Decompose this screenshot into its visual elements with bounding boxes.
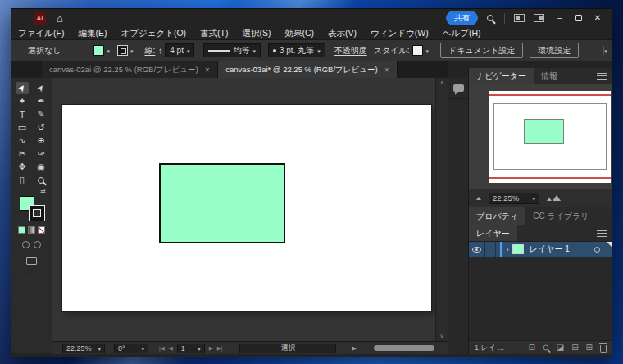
- layer-lock-cell[interactable]: [485, 242, 496, 257]
- rotate-tool[interactable]: ↺: [34, 121, 48, 134]
- brush-dropdown-icon[interactable]: [317, 46, 321, 55]
- hand-tool[interactable]: ✥: [16, 161, 29, 173]
- stroke-label[interactable]: 線:: [145, 45, 156, 57]
- tab-canvas-02[interactable]: canvas-02ai @ 22.25 % (RGB/プレビュー) ✕: [42, 61, 218, 78]
- tab-canvas-03[interactable]: canvas-03ai* @ 22.25 % (RGB/プレビュー) ✕: [218, 61, 398, 78]
- delete-layer-icon[interactable]: [600, 345, 607, 353]
- shaper-tool[interactable]: ∿: [16, 134, 29, 147]
- horizontal-scrollbar-thumb[interactable]: [374, 345, 434, 351]
- zoom-in-icon[interactable]: [553, 195, 561, 201]
- artboard-tool[interactable]: ▯: [16, 174, 29, 186]
- menu-item-view[interactable]: 表示(V): [328, 28, 357, 39]
- menu-item-window[interactable]: ウィンドウ(W): [371, 28, 429, 39]
- menu-item-edit[interactable]: 編集(E): [78, 28, 107, 39]
- layer-visibility-cell[interactable]: [469, 242, 485, 257]
- style-dropdown-icon[interactable]: [425, 46, 429, 55]
- stroke-width-field[interactable]: 4 pt: [165, 43, 194, 57]
- zoom-dropdown-icon[interactable]: [98, 344, 101, 353]
- document-setup-button[interactable]: ドキュメント設定: [440, 43, 523, 58]
- vertical-scrollbar[interactable]: [435, 78, 448, 341]
- swap-fill-stroke-icon[interactable]: ⇄: [11, 188, 52, 195]
- layer-target-icon[interactable]: [594, 247, 600, 253]
- layer-name[interactable]: レイヤー 1: [530, 243, 570, 255]
- stroke-indicator[interactable]: [30, 206, 44, 221]
- menu-item-effect[interactable]: 効果(C): [284, 28, 314, 39]
- rotation-field[interactable]: 0°: [114, 344, 148, 353]
- fill-color-swatch[interactable]: [93, 45, 104, 56]
- tab-cc-libraries[interactable]: CC ライブラリ: [525, 207, 596, 225]
- width-profile-dropdown-icon[interactable]: [252, 46, 256, 55]
- collect-for-export-icon[interactable]: ⊡: [528, 344, 534, 352]
- layers-menu-icon[interactable]: [597, 230, 607, 237]
- maximize-button[interactable]: [575, 15, 582, 21]
- navigator-preview[interactable]: [469, 84, 612, 189]
- stroke-width-stepper[interactable]: ▲▼: [158, 48, 162, 54]
- width-tool[interactable]: ◉: [34, 161, 48, 173]
- share-button[interactable]: 共有: [446, 11, 478, 25]
- artboard[interactable]: [62, 105, 431, 311]
- rotation-dropdown-icon[interactable]: [141, 344, 144, 353]
- fill-dropdown-icon[interactable]: [107, 46, 110, 55]
- previous-artboard-icon[interactable]: ◀: [169, 345, 173, 352]
- tab-close-icon[interactable]: ✕: [205, 66, 211, 74]
- green-rectangle-shape[interactable]: [159, 163, 285, 243]
- layer-row[interactable]: レイヤー 1: [469, 242, 612, 257]
- brush-field[interactable]: 3 pt. 丸筆: [268, 43, 325, 57]
- navigator-zoom-field[interactable]: 22.25%: [489, 193, 539, 204]
- workspace-switcher-icon[interactable]: [534, 14, 544, 22]
- artboard-number-field[interactable]: 1: [177, 344, 205, 353]
- draw-normal-mode-icon[interactable]: [22, 241, 30, 248]
- tab-properties[interactable]: プロパティ: [469, 207, 525, 225]
- stroke-dropdown-icon[interactable]: [130, 46, 134, 55]
- menu-item-file[interactable]: ファイル(F): [18, 28, 64, 39]
- none-button[interactable]: [38, 226, 45, 234]
- locate-object-icon[interactable]: [543, 345, 548, 351]
- edit-toolbar-icon[interactable]: ...: [11, 272, 52, 282]
- width-profile-field[interactable]: 均等: [203, 43, 261, 57]
- stroke-color-swatch[interactable]: [117, 45, 128, 56]
- rectangle-tool[interactable]: ▭: [16, 121, 29, 134]
- clipping-mask-icon[interactable]: ◪: [557, 344, 564, 352]
- gradient-button[interactable]: [28, 226, 35, 234]
- color-button[interactable]: [18, 226, 25, 234]
- menu-item-select[interactable]: 選択(S): [242, 28, 271, 39]
- tab-info[interactable]: 情報: [534, 68, 565, 84]
- home-icon[interactable]: [57, 13, 63, 24]
- tab-navigator[interactable]: ナビゲーター: [469, 68, 534, 84]
- type-tool[interactable]: T: [16, 108, 29, 121]
- panel-options-dropdown-icon[interactable]: [604, 46, 607, 55]
- comments-button[interactable]: [448, 78, 468, 99]
- zoom-out-icon[interactable]: [476, 197, 481, 200]
- close-button[interactable]: ✕: [591, 14, 604, 22]
- style-swatch[interactable]: [412, 45, 423, 56]
- scroll-down-icon[interactable]: [439, 333, 443, 339]
- zoom-in-icon[interactable]: [547, 198, 552, 201]
- artboard-dropdown-icon[interactable]: [198, 344, 201, 353]
- app-logo-icon[interactable]: Ai: [34, 12, 46, 25]
- layer-expand-icon[interactable]: [507, 246, 509, 253]
- draw-behind-mode-icon[interactable]: [34, 241, 41, 248]
- new-layer-icon[interactable]: ⊞: [586, 344, 593, 352]
- selection-tool[interactable]: ➤: [16, 82, 29, 94]
- magic-wand-tool[interactable]: ✦: [16, 95, 29, 107]
- navigator-zoom-dropdown-icon[interactable]: [532, 193, 535, 202]
- status-expand-icon[interactable]: ▶: [352, 345, 356, 352]
- menu-item-type[interactable]: 書式(T): [200, 28, 228, 39]
- scissors-tool[interactable]: ✂: [16, 148, 29, 160]
- menu-item-object[interactable]: オブジェクト(O): [121, 28, 186, 39]
- eyedropper-tool[interactable]: ✑: [34, 148, 48, 160]
- menu-item-help[interactable]: ヘルプ(H): [443, 28, 481, 39]
- panel-options-icon[interactable]: [603, 46, 604, 55]
- search-icon[interactable]: [487, 15, 493, 21]
- stroke-width-dropdown-icon[interactable]: [187, 46, 190, 55]
- opacity-label[interactable]: 不透明度: [334, 45, 367, 57]
- tab-layers[interactable]: レイヤー: [469, 225, 517, 241]
- shape-builder-tool[interactable]: ⊕: [34, 134, 48, 147]
- arrange-documents-icon[interactable]: [514, 14, 525, 22]
- navigator-menu-icon[interactable]: [597, 73, 607, 80]
- layer-thumbnail[interactable]: [512, 244, 524, 254]
- layers-panel-body[interactable]: [469, 257, 612, 341]
- paintbrush-tool[interactable]: ✎: [34, 108, 48, 121]
- pen-tool[interactable]: ✒: [34, 95, 48, 107]
- canvas-area[interactable]: [52, 78, 435, 341]
